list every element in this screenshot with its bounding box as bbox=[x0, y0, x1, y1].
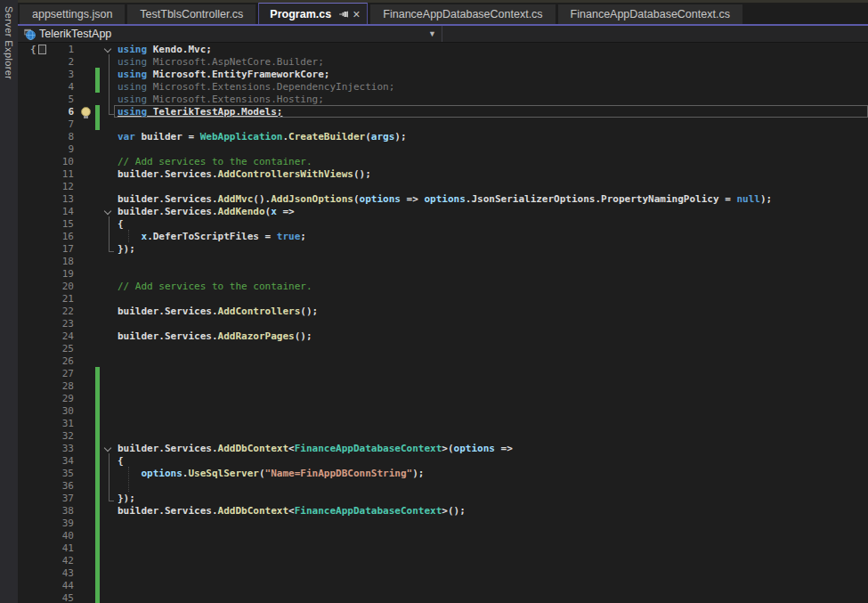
code-line-34[interactable]: 34{ bbox=[18, 454, 868, 467]
breakpoint-margin[interactable] bbox=[18, 504, 27, 517]
collapse-chevron-icon[interactable] bbox=[104, 208, 111, 215]
breakpoint-margin[interactable] bbox=[18, 292, 27, 305]
lightbulb-icon[interactable] bbox=[77, 105, 94, 118]
code-text[interactable]: }); bbox=[116, 493, 135, 504]
breakpoint-margin[interactable] bbox=[18, 330, 27, 342]
code-text[interactable]: // Add services to the container. bbox=[116, 281, 312, 292]
code-line-38[interactable]: 38builder.Services.AddDbContext<FinanceA… bbox=[18, 504, 868, 517]
code-line-12[interactable]: 12 bbox=[18, 180, 868, 192]
breakpoint-margin[interactable] bbox=[18, 105, 27, 118]
breakpoint-margin[interactable] bbox=[18, 429, 27, 442]
code-text[interactable]: using Kendo.Mvc; bbox=[116, 44, 212, 55]
code-line-16[interactable]: 16 x.DeferToScriptFiles = true; bbox=[18, 230, 868, 242]
code-line-23[interactable]: 23 bbox=[18, 317, 868, 330]
breakpoint-margin[interactable] bbox=[18, 242, 27, 255]
code-text[interactable]: { bbox=[116, 218, 124, 230]
code-line-41[interactable]: 41 bbox=[18, 542, 868, 554]
code-text[interactable]: builder.Services.AddDbContext<FinanceApp… bbox=[116, 505, 466, 517]
tab-testtblscontroller-cs-1[interactable]: TestTblsController.cs bbox=[127, 4, 256, 24]
breakpoint-margin[interactable] bbox=[18, 130, 27, 143]
code-line-42[interactable]: 42 bbox=[18, 554, 868, 566]
breakpoint-margin[interactable] bbox=[18, 55, 27, 68]
breakpoint-margin[interactable] bbox=[18, 267, 27, 280]
breakpoint-margin[interactable] bbox=[18, 467, 27, 479]
breakpoint-margin[interactable] bbox=[18, 43, 27, 55]
breakpoint-margin[interactable] bbox=[18, 579, 27, 591]
code-text[interactable]: using Microsoft.Extensions.DependencyInj… bbox=[116, 81, 394, 93]
breakpoint-margin[interactable] bbox=[18, 529, 27, 542]
pin-icon[interactable] bbox=[338, 9, 349, 20]
code-line-26[interactable]: 26 bbox=[18, 354, 868, 367]
code-text[interactable]: builder.Services.AddKendo(x => bbox=[116, 206, 295, 217]
code-line-8[interactable]: 8var builder = WebApplication.CreateBuil… bbox=[18, 130, 868, 143]
code-line-33[interactable]: 33builder.Services.AddDbContext<FinanceA… bbox=[18, 442, 868, 454]
breakpoint-margin[interactable] bbox=[18, 217, 27, 230]
code-line-6[interactable]: 6using TelerikTestApp.Models; bbox=[18, 105, 868, 118]
code-line-18[interactable]: 18 bbox=[18, 255, 868, 267]
breakpoint-margin[interactable] bbox=[18, 404, 27, 417]
breakpoint-margin[interactable] bbox=[18, 255, 27, 267]
code-line-31[interactable]: 31 bbox=[18, 417, 868, 429]
code-line-32[interactable]: 32 bbox=[18, 429, 868, 442]
code-line-43[interactable]: 43 bbox=[18, 566, 868, 579]
breakpoint-margin[interactable] bbox=[18, 118, 27, 130]
server-explorer-strip[interactable]: Server Explorer bbox=[0, 0, 18, 603]
code-line-36[interactable]: 36 bbox=[18, 479, 868, 492]
code-line-44[interactable]: 44 bbox=[18, 579, 868, 591]
code-line-21[interactable]: 21 bbox=[18, 292, 868, 305]
breakpoint-margin[interactable] bbox=[18, 230, 27, 242]
breakpoint-margin[interactable] bbox=[18, 143, 27, 155]
code-editor[interactable]: {1using Kendo.Mvc;2using Microsoft.AspNe… bbox=[18, 43, 868, 603]
code-line-20[interactable]: 20// Add services to the container. bbox=[18, 280, 868, 292]
code-line-1[interactable]: {1using Kendo.Mvc; bbox=[18, 43, 868, 55]
code-line-7[interactable]: 7 bbox=[18, 118, 868, 130]
project-dropdown[interactable]: TelerikTestApp ▼ bbox=[18, 26, 442, 42]
code-text[interactable]: builder.Services.AddControllers(); bbox=[116, 306, 318, 317]
breakpoint-margin[interactable] bbox=[18, 305, 27, 317]
breakpoint-margin[interactable] bbox=[18, 167, 27, 180]
code-text[interactable]: { bbox=[116, 455, 124, 467]
code-text[interactable]: builder.Services.AddMvc().AddJsonOptions… bbox=[116, 193, 772, 205]
code-line-5[interactable]: 5using Microsoft.Extensions.Hosting; bbox=[18, 93, 868, 105]
code-text[interactable]: var builder = WebApplication.CreateBuild… bbox=[116, 131, 407, 143]
code-text[interactable]: options.UseSqlServer("Name=FinAppDBConnS… bbox=[116, 468, 424, 479]
code-line-35[interactable]: 35 options.UseSqlServer("Name=FinAppDBCo… bbox=[18, 467, 868, 479]
breakpoint-margin[interactable] bbox=[18, 80, 27, 93]
breakpoint-margin[interactable] bbox=[18, 492, 27, 504]
tab-financeappdatabasecontext-cs-4[interactable]: FinanceAppDatabaseContext.cs bbox=[558, 4, 742, 24]
code-line-9[interactable]: 9 bbox=[18, 143, 868, 155]
breakpoint-margin[interactable] bbox=[18, 342, 27, 354]
breakpoint-margin[interactable] bbox=[18, 417, 27, 429]
code-text[interactable]: using TelerikTestApp.Models; bbox=[116, 106, 282, 118]
code-line-2[interactable]: 2using Microsoft.AspNetCore.Builder; bbox=[18, 55, 868, 68]
code-line-13[interactable]: 13builder.Services.AddMvc().AddJsonOptio… bbox=[18, 192, 868, 205]
breakpoint-margin[interactable] bbox=[18, 554, 27, 566]
code-line-10[interactable]: 10// Add services to the container. bbox=[18, 155, 868, 167]
code-line-24[interactable]: 24builder.Services.AddRazorPages(); bbox=[18, 330, 868, 342]
code-line-3[interactable]: 3using Microsoft.EntityFrameworkCore; bbox=[18, 68, 868, 80]
server-explorer-label[interactable]: Server Explorer bbox=[0, 0, 14, 79]
code-line-40[interactable]: 40 bbox=[18, 529, 868, 542]
breakpoint-margin[interactable] bbox=[18, 367, 27, 379]
breakpoint-margin[interactable] bbox=[18, 542, 27, 554]
code-line-28[interactable]: 28 bbox=[18, 379, 868, 392]
code-line-17[interactable]: 17}); bbox=[18, 242, 868, 255]
tab-appsettings-json-0[interactable]: appsettings.json bbox=[20, 4, 125, 24]
chevron-down-icon[interactable]: ▼ bbox=[428, 29, 436, 38]
tab-program-cs-2[interactable]: Program.cs× bbox=[258, 2, 368, 24]
close-icon[interactable]: × bbox=[353, 8, 360, 20]
breakpoint-margin[interactable] bbox=[18, 517, 27, 529]
code-line-30[interactable]: 30 bbox=[18, 404, 868, 417]
code-text[interactable]: using Microsoft.Extensions.Hosting; bbox=[116, 94, 324, 105]
breakpoint-margin[interactable] bbox=[18, 479, 27, 492]
breakpoint-margin[interactable] bbox=[18, 68, 27, 80]
breakpoint-margin[interactable] bbox=[18, 155, 27, 167]
breakpoint-margin[interactable] bbox=[18, 93, 27, 105]
code-text[interactable]: using Microsoft.AspNetCore.Builder; bbox=[116, 56, 324, 68]
code-text[interactable]: // Add services to the container. bbox=[116, 156, 312, 167]
breakpoint-margin[interactable] bbox=[18, 280, 27, 292]
breakpoint-margin[interactable] bbox=[18, 317, 27, 330]
breakpoint-margin[interactable] bbox=[18, 566, 27, 579]
code-line-37[interactable]: 37}); bbox=[18, 492, 868, 504]
code-text[interactable]: using Microsoft.EntityFrameworkCore; bbox=[116, 69, 329, 80]
